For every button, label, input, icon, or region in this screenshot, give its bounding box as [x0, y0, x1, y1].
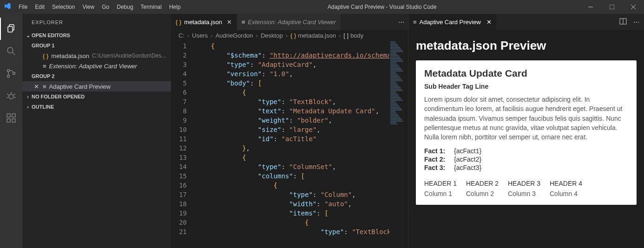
minimap[interactable]: [389, 40, 408, 248]
file-name: Adaptive Card Preview: [49, 83, 111, 90]
svg-rect-17: [7, 114, 10, 117]
menu-edit[interactable]: Edit: [31, 0, 48, 14]
crumb-audrie[interactable]: AudrieGordon: [216, 32, 253, 39]
editor-item-adaptive-card-preview[interactable]: ✕ ≡ Adaptive Card Preview: [22, 81, 171, 91]
svg-point-9: [7, 75, 10, 78]
editor-item-metadata-json[interactable]: { } metadata.json C:\Users\AudrieGordon\…: [22, 51, 171, 61]
column-value: Column 4: [550, 190, 585, 197]
fact-label: Fact 1:: [424, 147, 448, 155]
chevron-right-icon: ›: [24, 94, 32, 99]
fact-value: {acFact3}: [454, 164, 481, 171]
array-icon: [ ]: [343, 32, 348, 39]
fact-label: Fact 3:: [424, 164, 448, 171]
debug-icon[interactable]: [0, 85, 22, 107]
menu-view[interactable]: View: [79, 0, 98, 14]
sidebar: EXPLORER ⌄ OPEN EDITORS GROUP 1 { } meta…: [22, 14, 171, 248]
outline-section[interactable]: › OUTLINE: [22, 102, 171, 112]
no-folder-opened-section[interactable]: › NO FOLDER OPENED: [22, 91, 171, 102]
crumb-body[interactable]: body: [350, 32, 363, 39]
file-name: metadata.json: [51, 52, 89, 59]
editor-more-actions[interactable]: ⋯: [394, 14, 408, 30]
json-file-icon: { }: [176, 19, 181, 26]
open-editors-section[interactable]: ⌄ OPEN EDITORS: [22, 30, 171, 40]
svg-line-14: [13, 94, 15, 95]
tab-adaptive-card-preview[interactable]: ≡ Adaptive Card Preview ✕: [408, 14, 496, 30]
explorer-icon[interactable]: [0, 18, 22, 40]
minimize-button[interactable]: [580, 0, 601, 14]
crumb-c[interactable]: C:: [178, 32, 184, 39]
svg-rect-18: [7, 119, 10, 122]
fact-value: {acFact1}: [454, 147, 481, 155]
menu-terminal[interactable]: Terminal: [137, 0, 165, 14]
menu-debug[interactable]: Debug: [113, 0, 137, 14]
column-header: HEADER 2: [466, 180, 501, 187]
code-content[interactable]: { "$schema": "http://adaptivecards.io/sc…: [195, 40, 389, 248]
crumb-users[interactable]: Users: [192, 32, 208, 39]
search-icon[interactable]: [0, 40, 22, 62]
fact-label: Fact 2:: [424, 156, 448, 163]
tab-label: Adaptive Card Preview: [420, 19, 481, 26]
svg-rect-1: [610, 5, 614, 9]
close-icon[interactable]: ✕: [486, 19, 492, 26]
card-column-headers: HEADER 1HEADER 2HEADER 3HEADER 4: [424, 180, 628, 187]
column-header: HEADER 4: [550, 180, 585, 187]
breadcrumbs: C:› Users› AudrieGordon› Desktop› { } me…: [171, 30, 408, 40]
menu-file[interactable]: File: [15, 0, 31, 14]
column-header: HEADER 1: [424, 180, 460, 187]
card-title: Metadata Update Card: [424, 68, 628, 79]
sidebar-title: EXPLORER: [22, 14, 171, 30]
open-editors-label: OPEN EDITORS: [32, 33, 70, 38]
chevron-right-icon: ›: [24, 104, 32, 110]
no-folder-label: NO FOLDER OPENED: [32, 94, 85, 99]
svg-point-10: [13, 72, 15, 75]
code-editor[interactable]: 123456789101112131415161718192021 { "$sc…: [171, 40, 408, 248]
menu-help[interactable]: Help: [165, 0, 184, 14]
crumb-desktop[interactable]: Desktop: [261, 32, 283, 39]
preview-icon: ≡: [413, 19, 417, 26]
card-column-values: Column 1Column 2Column 3Column 4: [424, 190, 628, 197]
close-icon[interactable]: ✕: [33, 83, 40, 90]
split-editor-icon[interactable]: [619, 18, 627, 26]
preview-panel: ≡ Adaptive Card Preview ✕ ⋯ metadata.jso…: [408, 14, 644, 248]
json-file-icon: { }: [290, 32, 296, 39]
title-bar: File Edit Selection View Go Debug Termin…: [0, 0, 644, 14]
more-actions-icon[interactable]: ⋯: [633, 19, 639, 26]
tab-extension-viewer[interactable]: ≡ Extension: Adaptive Card Viewer: [237, 14, 341, 30]
file-path: C:\Users\AudrieGordon\Des...: [92, 52, 166, 59]
fact-value: {acFact2}: [454, 156, 481, 163]
outline-label: OUTLINE: [32, 104, 54, 110]
column-value: Column 3: [508, 190, 543, 197]
file-name: Extension: Adaptive Card Viewer: [49, 63, 137, 70]
extensions-icon[interactable]: [0, 107, 22, 129]
maximize-button[interactable]: [601, 0, 623, 14]
editor-item-extension-viewer[interactable]: ≡ Extension: Adaptive Card Viewer: [22, 61, 171, 71]
svg-point-11: [9, 94, 13, 99]
preview-icon: ≡: [43, 63, 46, 70]
svg-rect-20: [12, 114, 15, 117]
card-facts: Fact 1:{acFact1}Fact 2:{acFact2}Fact 3:{…: [424, 147, 628, 171]
preview-heading: metadata.json Preview: [416, 39, 637, 53]
crumb-file[interactable]: metadata.json: [298, 32, 336, 39]
column-value: Column 1: [424, 190, 460, 197]
tab-label: Extension: Adaptive Card Viewer: [248, 19, 336, 26]
svg-rect-5: [8, 26, 13, 32]
editor-area: { } metadata.json ✕ ≡ Extension: Adaptiv…: [171, 14, 408, 248]
json-file-icon: { }: [43, 52, 48, 59]
menu-go[interactable]: Go: [98, 0, 113, 14]
column-value: Column 2: [466, 190, 501, 197]
menu-selection[interactable]: Selection: [48, 0, 79, 14]
card-body-text: Lorem ipsum dolor sit amet, consectetur …: [424, 95, 628, 142]
preview-tabs: ≡ Adaptive Card Preview ✕ ⋯: [408, 14, 644, 30]
close-icon[interactable]: ✕: [227, 19, 232, 26]
preview-icon: ≡: [43, 83, 46, 90]
tab-label: metadata.json: [184, 19, 222, 26]
chevron-down-icon: ⌄: [24, 33, 32, 39]
close-button[interactable]: [623, 0, 644, 14]
svg-point-8: [7, 70, 10, 72]
source-control-icon[interactable]: [0, 62, 22, 85]
group-1-label: GROUP 1: [22, 40, 171, 51]
vscode-logo-icon: [0, 2, 15, 12]
tab-metadata-json[interactable]: { } metadata.json ✕: [171, 14, 237, 30]
preview-body: metadata.json Preview Metadata Update Ca…: [408, 30, 644, 248]
menu-bar: File Edit Selection View Go Debug Termin…: [15, 0, 184, 14]
